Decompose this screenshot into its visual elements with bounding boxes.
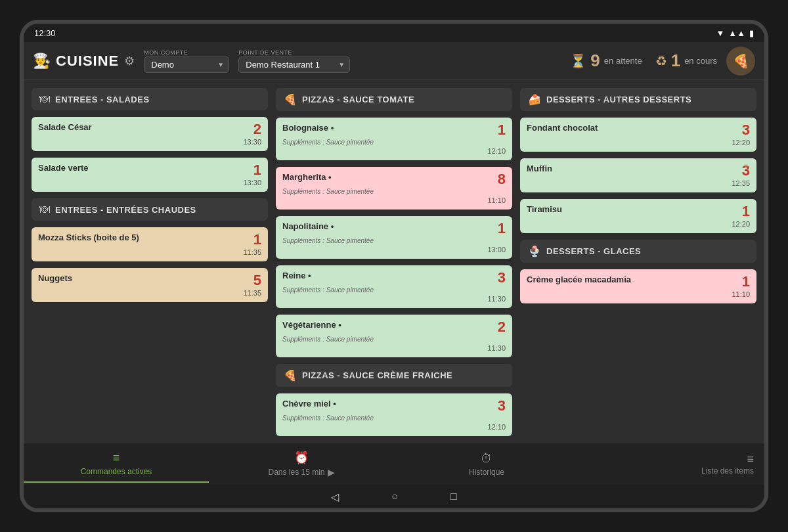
order-time: 13:30 bbox=[243, 138, 261, 146]
settings-icon[interactable]: ⚙ bbox=[124, 54, 135, 68]
order-time: 11:35 bbox=[243, 248, 261, 256]
order-card-pizzas-tomate-3[interactable]: Reine •3Suppléments : Sauce pimentée11:3… bbox=[276, 265, 512, 308]
account-select[interactable]: Demo bbox=[144, 56, 229, 73]
order-card-top: Salade verte1 bbox=[38, 163, 261, 177]
order-card-desserts-autres-1[interactable]: Muffin312:35 bbox=[520, 158, 756, 192]
android-nav: ◁ ○ □ bbox=[24, 485, 764, 508]
section-title-pizzas-tomate: PIZZAS - SAUCE TOMATE bbox=[302, 95, 414, 104]
order-card-pizzas-tomate-4[interactable]: Végétarienne •2Suppléments : Sauce pimen… bbox=[276, 315, 512, 357]
order-supplement: Suppléments : Sauce pimentée bbox=[282, 414, 506, 422]
order-card-top: Napolitaine •1 bbox=[282, 221, 506, 236]
pos-dropdown-wrapper: Demo Restaurant 1 bbox=[238, 56, 350, 73]
order-card-bottom: 13:30 bbox=[38, 138, 261, 146]
order-card-top: Nuggets5 bbox=[38, 273, 261, 288]
order-card-top: Mozza Sticks (boite de 5)1 bbox=[38, 233, 261, 247]
order-card-top: Crème glacée macadamia1 bbox=[527, 275, 750, 289]
order-quantity: 2 bbox=[253, 122, 261, 137]
order-card-pizzas-tomate-1[interactable]: Margherita •8Suppléments : Sauce pimenté… bbox=[276, 167, 512, 210]
avatar[interactable]: 🍕 bbox=[726, 47, 755, 76]
waiting-count: 9 bbox=[590, 51, 600, 71]
order-card-desserts-glaces-0[interactable]: Crème glacée macadamia111:10 bbox=[520, 269, 756, 303]
order-card-top: Muffin3 bbox=[527, 164, 750, 178]
order-time: 12:20 bbox=[732, 220, 750, 228]
inprogress-label: en cours bbox=[684, 56, 717, 66]
nav-icon-historique: ⏱ bbox=[481, 452, 492, 466]
wifi-icon: ▼ bbox=[716, 28, 724, 38]
stats-section: ⏳ 9 en attente ♻ 1 en cours bbox=[570, 51, 717, 71]
order-time: 11:35 bbox=[243, 289, 261, 297]
nav-item-historique[interactable]: ⏱Historique bbox=[394, 447, 579, 482]
order-card-entrees-salades-1[interactable]: Salade verte113:30 bbox=[32, 158, 268, 192]
order-card-entrees-chaudes-1[interactable]: Nuggets511:35 bbox=[32, 268, 268, 302]
order-card-top: Chèvre miel •3 bbox=[282, 399, 506, 413]
nav-item-commandes-actives[interactable]: ≡Commandes actives bbox=[24, 446, 209, 483]
section-icon-desserts-glaces: 🍨 bbox=[528, 245, 541, 257]
status-bar: 12:30 ▼ ▲▲ ▮ bbox=[24, 24, 764, 42]
order-card-pizzas-tomate-2[interactable]: Napolitaine •1Suppléments : Sauce piment… bbox=[276, 216, 512, 259]
back-button[interactable]: ◁ bbox=[331, 491, 339, 503]
status-time: 12:30 bbox=[34, 28, 56, 38]
section-header-entrees-salades: 🍽ENTREES - SALADES bbox=[32, 88, 268, 110]
waiting-icon: ⏳ bbox=[570, 53, 586, 69]
order-name: Margherita • bbox=[282, 172, 332, 182]
order-supplement: Suppléments : Sauce pimentée bbox=[282, 139, 506, 146]
section-title-entrees-chaudes: ENTREES - ENTRÉES CHAUDES bbox=[55, 205, 196, 215]
column-1: 🍕PIZZAS - SAUCE TOMATEBolognaise •1Suppl… bbox=[276, 88, 512, 443]
order-card-pizzas-tomate-0[interactable]: Bolognaise •1Suppléments : Sauce pimenté… bbox=[276, 118, 512, 160]
order-card-desserts-autres-2[interactable]: Tiramisu112:20 bbox=[520, 199, 756, 233]
order-name: Napolitaine • bbox=[282, 221, 334, 231]
order-quantity: 2 bbox=[498, 320, 506, 334]
order-time: 13:00 bbox=[487, 246, 506, 254]
nav-label-historique: Historique bbox=[469, 468, 504, 477]
section-title-desserts-glaces: DESSERTS - GLACES bbox=[546, 246, 641, 256]
order-name: Bolognaise • bbox=[282, 123, 334, 133]
order-card-bottom: 12:10 bbox=[282, 147, 506, 155]
order-card-entrees-chaudes-0[interactable]: Mozza Sticks (boite de 5)111:35 bbox=[32, 227, 268, 261]
order-card-entrees-salades-0[interactable]: Salade César213:30 bbox=[32, 117, 268, 151]
bottom-nav: ≡Commandes actives⏰Dans les 15 min▶⏱Hist… bbox=[24, 443, 764, 485]
order-quantity: 3 bbox=[498, 271, 506, 285]
section-header-desserts-autres: 🍰DESSERTS - AUTRES DESSERTS bbox=[520, 88, 756, 111]
order-name: Reine • bbox=[282, 271, 311, 280]
section-title-desserts-autres: DESSERTS - AUTRES DESSERTS bbox=[546, 95, 691, 104]
section-title-pizzas-creme: PIZZAS - SAUCE CRÈME FRAICHE bbox=[302, 370, 452, 380]
order-quantity: 1 bbox=[742, 275, 750, 289]
order-quantity: 1 bbox=[253, 163, 261, 177]
column-2: 🍰DESSERTS - AUTRES DESSERTSFondant choco… bbox=[520, 88, 756, 443]
order-card-top: Salade César2 bbox=[38, 122, 261, 137]
status-icons: ▼ ▲▲ ▮ bbox=[716, 28, 754, 38]
order-card-bottom: 12:35 bbox=[527, 179, 750, 187]
order-quantity: 1 bbox=[742, 204, 750, 219]
order-quantity: 5 bbox=[253, 273, 261, 288]
order-card-top: Margherita •8 bbox=[282, 172, 506, 187]
order-quantity: 3 bbox=[498, 399, 506, 413]
section-header-pizzas-tomate: 🍕PIZZAS - SAUCE TOMATE bbox=[276, 88, 512, 111]
order-time: 12:20 bbox=[732, 139, 750, 146]
order-quantity: 3 bbox=[742, 123, 750, 137]
battery-icon: ▮ bbox=[749, 28, 754, 38]
nav-item-liste-items[interactable]: ≡Liste des items bbox=[579, 453, 764, 476]
section-header-entrees-chaudes: 🍽ENTREES - ENTRÉES CHAUDES bbox=[32, 198, 268, 221]
order-quantity: 3 bbox=[742, 164, 750, 178]
order-card-bottom: 13:30 bbox=[38, 179, 261, 187]
order-name: Fondant chocolat bbox=[527, 123, 598, 133]
signal-icon: ▲▲ bbox=[728, 28, 745, 38]
home-button[interactable]: ○ bbox=[391, 491, 398, 502]
order-card-bottom: 12:10 bbox=[282, 423, 506, 431]
order-card-pizzas-creme-0[interactable]: Chèvre miel •3Suppléments : Sauce piment… bbox=[276, 393, 512, 436]
nav-item-dans-15-min[interactable]: ⏰Dans les 15 min▶ bbox=[209, 445, 394, 483]
order-card-bottom: 13:00 bbox=[282, 246, 506, 254]
order-quantity: 8 bbox=[498, 172, 506, 187]
recent-button[interactable]: □ bbox=[450, 491, 457, 502]
pos-label: POINT DE VENTE bbox=[238, 49, 350, 56]
order-card-top: Bolognaise •1 bbox=[282, 123, 506, 137]
nav-label-dans-15-min: Dans les 15 min bbox=[268, 468, 324, 477]
inprogress-icon: ♻ bbox=[655, 53, 667, 69]
order-supplement: Suppléments : Sauce pimentée bbox=[282, 237, 506, 244]
order-time: 12:10 bbox=[487, 423, 506, 431]
order-card-desserts-autres-0[interactable]: Fondant chocolat312:20 bbox=[520, 118, 756, 152]
nav-label-liste-items: Liste des items bbox=[701, 466, 754, 476]
pos-select[interactable]: Demo Restaurant 1 bbox=[238, 56, 350, 73]
main-content: 🍽ENTREES - SALADESSalade César213:30Sala… bbox=[24, 80, 764, 443]
section-icon-desserts-autres: 🍰 bbox=[528, 93, 541, 106]
